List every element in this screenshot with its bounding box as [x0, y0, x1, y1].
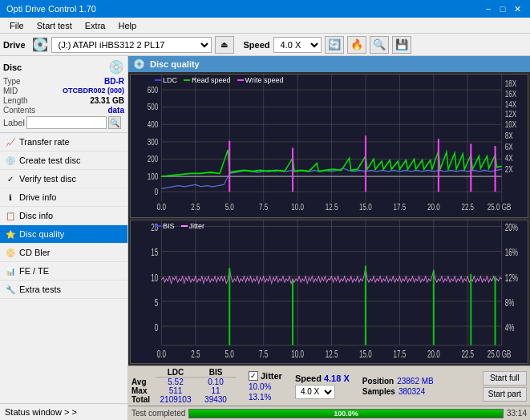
svg-text:5.0: 5.0 — [225, 203, 234, 212]
progress-bar-area: Test completed 100.0% 33:14 — [128, 406, 530, 420]
progress-bar: 100.0% — [188, 409, 504, 418]
svg-text:0.0: 0.0 — [157, 203, 166, 212]
time-elapsed: 33:14 — [507, 409, 527, 418]
contents-label: Contents — [3, 106, 35, 115]
disc-panel-title: Disc — [3, 63, 22, 72]
avg-row: Avg 5.52 0.10 — [131, 378, 236, 387]
sidebar-item-extra-tests[interactable]: 🔧 Extra tests — [0, 281, 127, 299]
sidebar-item-drive-info[interactable]: ℹ Drive info — [0, 188, 127, 207]
svg-text:200: 200 — [148, 155, 158, 164]
svg-text:18X: 18X — [505, 79, 516, 88]
svg-text:7.5: 7.5 — [259, 349, 269, 359]
status-window-label: Status window > > — [5, 407, 77, 417]
speed-stat-select[interactable]: 4.0 X — [295, 385, 335, 399]
svg-text:4%: 4% — [505, 322, 515, 333]
start-buttons: Start full Start part — [483, 371, 527, 402]
svg-text:8X: 8X — [505, 131, 513, 140]
minimize-button[interactable]: − — [482, 2, 495, 15]
menu-file[interactable]: File — [3, 19, 30, 32]
avg-bis: 0.10 — [196, 378, 236, 387]
drive-select[interactable]: (J:) ATAPI iHBS312 2 PL17 — [51, 37, 212, 53]
svg-text:400: 400 — [148, 120, 158, 129]
bis-legend: BIS — [155, 222, 175, 230]
write-dot — [237, 79, 244, 81]
window-controls: − □ ✕ — [482, 2, 524, 15]
svg-text:4X: 4X — [505, 154, 513, 163]
disc-info-label: Disc info — [19, 211, 53, 220]
write-speed-legend: Write speed — [237, 76, 284, 84]
stats-row-1: LDC BIS Avg 5.52 0.10 Max 511 11 Total — [131, 368, 527, 404]
total-row: Total 2109103 39430 — [131, 395, 236, 404]
status-window-button[interactable]: Status window > > — [0, 403, 127, 420]
svg-text:300: 300 — [148, 138, 158, 147]
sidebar-item-fe-te[interactable]: 📊 FE / TE — [0, 262, 127, 281]
sidebar-item-disc-quality[interactable]: ⭐ Disc quality — [0, 225, 127, 244]
total-ldc: 2109103 — [156, 395, 196, 404]
start-full-button[interactable]: Start full — [483, 371, 527, 386]
disc-image-icon: 💿 — [108, 59, 124, 75]
scan-button[interactable]: 🔍 — [370, 36, 389, 54]
svg-text:6X: 6X — [505, 143, 513, 151]
menu-start-test[interactable]: Start test — [30, 19, 79, 32]
chart2-legend: BIS Jitter — [155, 222, 204, 230]
ldc-bis-table: LDC BIS Avg 5.52 0.10 Max 511 11 Total — [131, 368, 236, 404]
sidebar-item-create-test-disc[interactable]: 💿 Create test disc — [0, 151, 127, 170]
sidebar-item-cd-bler[interactable]: 📀 CD Bler — [0, 244, 127, 262]
svg-text:2X: 2X — [505, 165, 513, 174]
chart2-container: BIS Jitter — [130, 220, 528, 364]
disc-quality-label: Disc quality — [19, 229, 64, 239]
svg-text:12.5: 12.5 — [326, 349, 338, 359]
label-browse-button[interactable]: 🔍 — [108, 116, 121, 129]
svg-text:100: 100 — [148, 172, 158, 181]
svg-text:16X: 16X — [505, 90, 516, 99]
svg-text:7.5: 7.5 — [259, 203, 268, 212]
jitter-label: Jitter — [189, 222, 205, 230]
speed-stat-value: 4.18 X — [324, 374, 350, 383]
maximize-button[interactable]: □ — [496, 2, 509, 15]
read-speed-label: Read speed — [192, 76, 231, 84]
menu-help[interactable]: Help — [111, 19, 143, 32]
close-button[interactable]: ✕ — [511, 2, 524, 15]
burn-button[interactable]: 🔥 — [347, 36, 366, 54]
jitter-avg-val: 10.0% — [249, 382, 282, 391]
bis-dot — [155, 225, 161, 227]
label-input[interactable] — [26, 116, 107, 129]
position-value: 23862 MB — [397, 377, 434, 386]
speed-select[interactable]: 4.0 X — [273, 37, 322, 53]
jitter-max-val: 13.1% — [249, 393, 282, 402]
menu-bar: File Start test Extra Help — [0, 18, 530, 34]
refresh-button[interactable]: 🔄 — [325, 36, 344, 54]
eject-button[interactable]: ⏏ — [215, 36, 234, 54]
mid-value: OTCBDR002 (000) — [63, 87, 124, 95]
drive-icon: 💽 — [32, 37, 48, 52]
main-area: Disc 💿 Type BD-R MID OTCBDR002 (000) Len… — [0, 56, 530, 420]
jitter-dot — [181, 225, 188, 227]
svg-text:17.5: 17.5 — [394, 349, 407, 359]
svg-text:2.5: 2.5 — [191, 203, 200, 212]
svg-text:16%: 16% — [505, 248, 518, 258]
contents-value: data — [107, 106, 124, 115]
sidebar-item-transfer-rate[interactable]: 📈 Transfer rate — [0, 133, 127, 151]
start-part-button[interactable]: Start part — [483, 387, 527, 402]
create-test-disc-label: Create test disc — [19, 155, 80, 165]
jitter-header-row: ✓ Jitter — [249, 371, 282, 381]
write-speed-label: Write speed — [245, 76, 284, 84]
sidebar-item-verify-test-disc[interactable]: ✓ Verify test disc — [0, 170, 127, 188]
disc-quality-header-icon: 💿 — [133, 59, 145, 70]
stats-bar: LDC BIS Avg 5.52 0.10 Max 511 11 Total — [128, 365, 530, 406]
bis-label: BIS — [163, 222, 175, 230]
menu-extra[interactable]: Extra — [79, 19, 112, 32]
svg-text:15: 15 — [151, 248, 158, 258]
svg-text:20.0: 20.0 — [427, 349, 440, 359]
jitter-section: ✓ Jitter 10.0% 13.1% — [249, 371, 282, 402]
svg-text:12.5: 12.5 — [326, 203, 338, 212]
svg-text:15.0: 15.0 — [359, 203, 372, 212]
length-value: 23.31 GB — [90, 96, 124, 105]
save-button[interactable]: 💾 — [392, 36, 411, 54]
ldc-legend: LDC — [155, 76, 177, 84]
jitter-checkbox[interactable]: ✓ — [249, 371, 258, 381]
position-section: Position 23862 MB Samples 380324 — [362, 377, 434, 396]
ldc-header: LDC — [156, 368, 196, 378]
avg-ldc: 5.52 — [156, 378, 196, 387]
sidebar-item-disc-info[interactable]: 📋 Disc info — [0, 207, 127, 225]
